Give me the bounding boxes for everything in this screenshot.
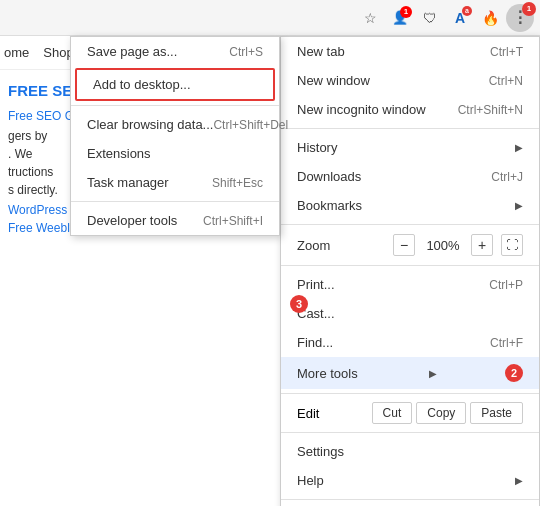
divider-2: [281, 224, 539, 225]
copy-button[interactable]: Copy: [416, 402, 466, 424]
menu-bookmarks[interactable]: Bookmarks ▶: [281, 191, 539, 220]
fire-icon[interactable]: 🔥: [476, 4, 504, 32]
submenu-task-manager[interactable]: Task manager Shift+Esc: [71, 168, 279, 197]
menu-cast[interactable]: Cast...: [281, 299, 539, 328]
menu-help[interactable]: Help ▶: [281, 466, 539, 495]
divider-5: [281, 432, 539, 433]
shield-icon[interactable]: 🛡: [416, 4, 444, 32]
menu-print[interactable]: Print... Ctrl+P: [281, 270, 539, 299]
submenu-add-to-desktop[interactable]: Add to desktop...: [75, 68, 275, 101]
edit-row: Edit Cut Copy Paste: [281, 398, 539, 428]
menu-new-window[interactable]: New window Ctrl+N: [281, 66, 539, 95]
menu-settings[interactable]: Settings: [281, 437, 539, 466]
zoom-control: Zoom − 100% + ⛶: [281, 229, 539, 261]
account-badge: 1: [400, 6, 412, 18]
a-badge: a: [462, 6, 472, 16]
a-icon[interactable]: A a: [446, 4, 474, 32]
menu-more-tools[interactable]: More tools ▶ 2: [281, 357, 539, 389]
paste-button[interactable]: Paste: [470, 402, 523, 424]
zoom-label: Zoom: [297, 238, 385, 253]
submenu-extensions[interactable]: Extensions: [71, 139, 279, 168]
number-3-badge: 3: [290, 295, 308, 313]
browser-icon-group: ☆ 👤 1 🛡 A a 🔥 ⋮ 1: [356, 4, 534, 32]
divider-1: [281, 128, 539, 129]
submenu-save-page[interactable]: Save page as... Ctrl+S: [71, 37, 279, 66]
submenu-clear-browsing[interactable]: Clear browsing data... Ctrl+Shift+Del: [71, 110, 279, 139]
cut-button[interactable]: Cut: [372, 402, 413, 424]
chrome-dropdown-menu: New tab Ctrl+T New window Ctrl+N New inc…: [280, 36, 540, 506]
more-tools-badge: 2: [505, 364, 523, 382]
badge-3-indicator: 3: [290, 295, 308, 313]
bookmark-star-icon[interactable]: ☆: [356, 4, 384, 32]
divider-3: [281, 265, 539, 266]
submenu-developer-tools[interactable]: Developer tools Ctrl+Shift+I: [71, 206, 279, 235]
zoom-value: 100%: [423, 238, 463, 253]
chrome-menu-button[interactable]: ⋮ 1: [506, 4, 534, 32]
submenu-divider-2: [71, 201, 279, 202]
menu-badge: 1: [522, 2, 536, 16]
menu-new-tab[interactable]: New tab Ctrl+T: [281, 37, 539, 66]
zoom-minus-button[interactable]: −: [393, 234, 415, 256]
nav-home[interactable]: ome: [4, 45, 29, 60]
divider-4: [281, 393, 539, 394]
account-icon[interactable]: 👤 1: [386, 4, 414, 32]
menu-find[interactable]: Find... Ctrl+F: [281, 328, 539, 357]
submenu-divider-1: [71, 105, 279, 106]
zoom-plus-button[interactable]: +: [471, 234, 493, 256]
menu-downloads[interactable]: Downloads Ctrl+J: [281, 162, 539, 191]
menu-history[interactable]: History ▶: [281, 133, 539, 162]
divider-6: [281, 499, 539, 500]
menu-new-incognito[interactable]: New incognito window Ctrl+Shift+N: [281, 95, 539, 124]
edit-label: Edit: [297, 406, 368, 421]
browser-toolbar: ☆ 👤 1 🛡 A a 🔥 ⋮ 1: [0, 0, 540, 36]
more-tools-submenu: Save page as... Ctrl+S Add to desktop...…: [70, 36, 280, 236]
zoom-fullscreen-button[interactable]: ⛶: [501, 234, 523, 256]
